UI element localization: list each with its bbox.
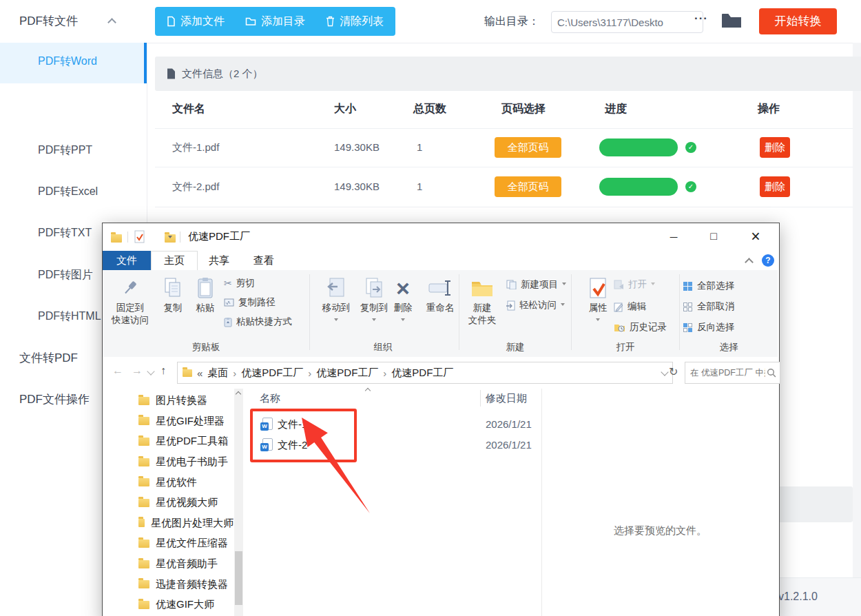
output-dir-input[interactable] — [551, 11, 703, 33]
list-col-date[interactable]: 修改日期 — [486, 392, 527, 405]
tree-item[interactable]: 迅捷音频转换器 — [103, 574, 234, 595]
tree-item[interactable]: 星优视频大师 — [103, 493, 234, 513]
tree-item[interactable]: 图片转换器 — [103, 391, 234, 411]
select-none-icon — [683, 302, 693, 312]
rename-button[interactable]: 重命名 — [421, 274, 459, 314]
new-item-button[interactable]: 新建项目 — [506, 277, 566, 292]
copy-button[interactable]: 复制 — [156, 274, 189, 314]
pin-to-quickaccess-button[interactable]: 固定到 快速访问 — [108, 274, 152, 327]
edit-button[interactable]: 编辑 — [614, 299, 646, 314]
scrollbar-thumb[interactable] — [235, 551, 242, 605]
delete-button[interactable]: 删除 — [760, 176, 790, 197]
tab-home[interactable]: 主页 — [151, 251, 198, 271]
open-button[interactable]: 打开 — [614, 277, 655, 292]
tree-item[interactable]: 星优文件压缩器 — [103, 533, 234, 554]
add-folder-button[interactable]: 添加目录 — [245, 14, 305, 29]
cut-button[interactable]: ✂ 剪切 — [224, 276, 255, 291]
sidebar-group-file-to-pdf[interactable]: 文件转PDF — [19, 338, 78, 379]
explorer-titlebar[interactable]: 优速PDF工厂 ─ □ × — [103, 223, 778, 251]
refresh-button[interactable]: ↻ — [669, 365, 678, 378]
tree-item[interactable]: 星优音频助手 — [103, 554, 234, 575]
sidebar-header-label[interactable]: PDF转文件 — [19, 13, 78, 29]
address-dropdown-icon[interactable] — [661, 368, 668, 376]
chevron-up-icon[interactable] — [107, 18, 116, 27]
clear-list-label: 清除列表 — [340, 14, 384, 29]
sidebar-item-pdf-to-word[interactable]: PDF转Word — [0, 43, 147, 83]
file-name: 文件-1.pdf — [172, 141, 219, 154]
sidebar-item-pdf-to-excel[interactable]: PDF转Excel — [38, 171, 98, 212]
quickaccess-dropdown-icon[interactable] — [168, 236, 172, 240]
sidebar-group-pdf-operations[interactable]: PDF文件操作 — [19, 379, 90, 420]
selected-indicator — [144, 43, 147, 83]
new-item-label: 新建项目 — [521, 278, 558, 291]
laquo[interactable]: « — [197, 367, 203, 379]
tree-scrollbar[interactable] — [234, 389, 243, 616]
more-ellipsis-button[interactable]: ··· — [694, 12, 708, 25]
sidebar-item-pdf-to-image[interactable]: PDF转图片 — [38, 254, 93, 296]
sidebar-item-pdf-to-txt[interactable]: PDF转TXT — [38, 212, 92, 254]
tree-item[interactable]: 星优PDF工具箱 — [103, 431, 234, 452]
select-none-button[interactable]: 全部取消 — [683, 299, 734, 314]
tree-item[interactable]: 星优图片处理大师 — [103, 513, 234, 534]
folder-icon — [245, 17, 256, 26]
tree-item[interactable]: 优速GIF大师 — [103, 595, 234, 615]
recent-locations-icon[interactable] — [147, 367, 154, 375]
copy-path-icon — [224, 298, 234, 307]
breadcrumb-item[interactable]: 优速PDF工厂 — [391, 367, 453, 380]
sort-ascending-icon[interactable] — [365, 388, 371, 393]
paste-button[interactable]: 粘贴 — [189, 274, 221, 314]
sidebar-item-pdf-to-html[interactable]: PDF转HTML — [38, 296, 101, 337]
add-file-label: 添加文件 — [180, 14, 225, 29]
clear-list-button[interactable]: 清除列表 — [326, 14, 384, 29]
col-size: 大小 — [334, 102, 356, 116]
ribbon-tab-row: 文件 主页 共享 查看 ? — [103, 251, 778, 271]
browse-folder-icon[interactable] — [720, 12, 743, 30]
invert-selection-button[interactable]: 反向选择 — [683, 320, 734, 335]
breadcrumb-item[interactable]: 优速PDF工厂 — [241, 367, 303, 380]
add-file-button[interactable]: 添加文件 — [167, 14, 225, 29]
dropdown-icon — [561, 303, 565, 308]
forward-button[interactable]: → — [132, 365, 143, 377]
move-to-button[interactable]: 移动到 — [315, 274, 357, 327]
tab-file[interactable]: 文件 — [103, 251, 151, 270]
tab-share[interactable]: 共享 — [196, 251, 242, 270]
page-select-button[interactable]: 全部页码 — [495, 176, 561, 197]
tree-item[interactable]: 星优GIF处理器 — [103, 411, 234, 432]
minimize-button[interactable]: ─ — [654, 223, 694, 251]
search-icon — [767, 368, 776, 378]
tab-view[interactable]: 查看 — [242, 251, 286, 270]
easy-access-button[interactable]: 轻松访问 — [506, 298, 565, 313]
page-select-button[interactable]: 全部页码 — [495, 137, 561, 158]
maximize-button[interactable]: □ — [694, 223, 734, 251]
properties-quickaccess-icon[interactable] — [134, 230, 145, 243]
scroll-up-icon[interactable] — [236, 391, 241, 397]
address-input[interactable]: « 桌面 › 优速PDF工厂 › 优速PDF工厂 › 优速PDF工厂 — [177, 362, 673, 384]
help-icon[interactable]: ? — [762, 254, 774, 267]
delete-button[interactable]: × 删除 — [388, 274, 418, 327]
tree-item[interactable]: 星优软件 — [103, 472, 234, 493]
sidebar-item-pdf-to-ppt[interactable]: PDF转PPT — [38, 130, 92, 171]
properties-button[interactable]: 属性 — [578, 274, 618, 327]
paste-shortcut-button[interactable]: 粘贴快捷方式 — [224, 314, 292, 329]
tree-item[interactable]: 星优电子书助手 — [103, 452, 234, 473]
new-folder-button[interactable]: 新建 文件夹 — [461, 274, 504, 327]
close-button[interactable]: × — [734, 223, 778, 251]
search-input[interactable] — [689, 367, 767, 378]
history-button[interactable]: 历史记录 — [614, 320, 667, 335]
copy-path-button[interactable]: 复制路径 — [224, 295, 276, 310]
collapse-ribbon-icon[interactable] — [745, 258, 754, 267]
delete-button[interactable]: 删除 — [760, 137, 790, 158]
column-divider[interactable] — [480, 390, 481, 407]
breadcrumb-item[interactable]: 优速PDF工厂 — [316, 367, 378, 380]
select-all-button[interactable]: 全部选择 — [683, 278, 734, 294]
app-scrollbar[interactable] — [853, 43, 861, 577]
start-convert-button[interactable]: 开始转换 — [759, 8, 837, 34]
open-icon — [614, 280, 624, 289]
up-button[interactable]: ↑ — [160, 365, 166, 377]
search-box[interactable] — [685, 362, 780, 384]
list-col-name[interactable]: 名称 — [260, 392, 280, 405]
breadcrumb-root[interactable]: 桌面 — [207, 367, 228, 380]
folder-icon — [138, 458, 149, 466]
tree-item-label: 星优GIF处理器 — [156, 415, 225, 428]
back-button[interactable]: ← — [112, 365, 123, 377]
